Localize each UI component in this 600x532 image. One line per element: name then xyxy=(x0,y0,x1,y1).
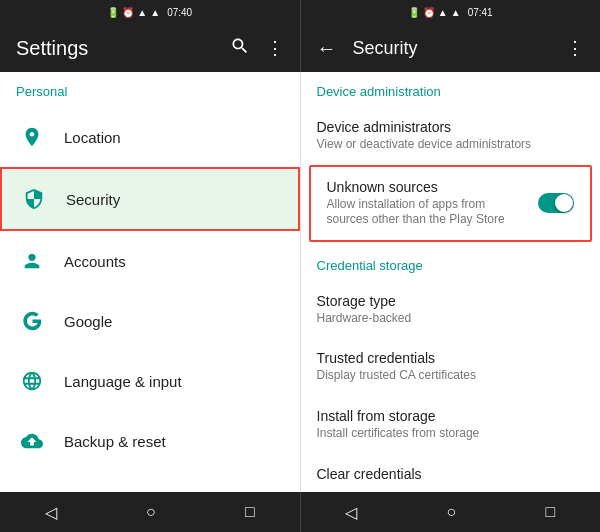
settings-item-google[interactable]: Google xyxy=(0,291,300,351)
signal-icon-right: ▲ xyxy=(438,7,448,18)
home-button-left[interactable]: ○ xyxy=(138,499,164,525)
storage-type-title: Storage type xyxy=(317,293,585,309)
settings-panel: Personal Location Security xyxy=(0,72,301,492)
recents-button-right[interactable]: □ xyxy=(538,499,564,525)
left-nav-section: ◁ ○ □ xyxy=(0,492,301,532)
personal-section-label: Personal xyxy=(0,72,300,107)
toggle-knob xyxy=(555,194,573,212)
left-time: 07:40 xyxy=(167,7,192,18)
alarm-icon-right: ⏰ xyxy=(423,7,435,18)
battery-icon-right: 🔋 xyxy=(408,7,420,18)
unknown-sources-subtitle: Allow installation of apps from sources … xyxy=(327,197,531,228)
left-toolbar-icons: ⋮ xyxy=(230,36,284,61)
trusted-credentials-subtitle: Display trusted CA certificates xyxy=(317,368,585,384)
battery-icon: 🔋 xyxy=(107,7,119,18)
right-nav-section: ◁ ○ □ xyxy=(301,492,601,532)
language-label: Language & input xyxy=(64,373,182,390)
recents-button-left[interactable]: □ xyxy=(237,499,263,525)
settings-item-accounts[interactable]: Accounts xyxy=(0,231,300,291)
security-item-trusted-credentials[interactable]: Trusted credentials Display trusted CA c… xyxy=(301,338,601,396)
settings-item-language[interactable]: Language & input xyxy=(0,351,300,411)
left-toolbar: Settings ⋮ xyxy=(0,24,301,72)
security-item-unknown-sources[interactable]: Unknown sources Allow installation of ap… xyxy=(311,167,591,240)
unknown-sources-toggle[interactable] xyxy=(538,193,574,213)
left-status-icons: 🔋 ⏰ ▲ ▲ 07:40 xyxy=(107,7,192,18)
install-storage-subtitle: Install certificates from storage xyxy=(317,426,585,442)
unknown-sources-highlight: Unknown sources Allow installation of ap… xyxy=(309,165,593,242)
security-label: Security xyxy=(66,191,120,208)
search-icon[interactable] xyxy=(230,36,250,61)
alarm-icon: ⏰ xyxy=(122,7,134,18)
more-vert-icon-right[interactable]: ⋮ xyxy=(566,37,584,59)
location-label: Location xyxy=(64,129,121,146)
signal-icon: ▲ xyxy=(137,7,147,18)
backup-icon xyxy=(16,425,48,457)
settings-item-location[interactable]: Location xyxy=(0,107,300,167)
backup-label: Backup & reset xyxy=(64,433,166,450)
right-status-bar: 🔋 ⏰ ▲ ▲ 07:41 xyxy=(301,0,601,24)
unknown-sources-title: Unknown sources xyxy=(327,179,531,195)
accounts-label: Accounts xyxy=(64,253,126,270)
device-admin-section-label: Device administration xyxy=(301,72,601,107)
clear-credentials-title: Clear credentials xyxy=(317,466,585,482)
settings-title: Settings xyxy=(16,37,230,60)
google-label: Google xyxy=(64,313,112,330)
security-item-install-storage[interactable]: Install from storage Install certificate… xyxy=(301,396,601,454)
settings-item-backup[interactable]: Backup & reset xyxy=(0,411,300,471)
security-item-storage-type[interactable]: Storage type Hardware-backed xyxy=(301,281,601,339)
trusted-credentials-title: Trusted credentials xyxy=(317,350,585,366)
right-toolbar: ← Security ⋮ xyxy=(301,24,601,72)
location-icon xyxy=(16,121,48,153)
back-arrow-icon[interactable]: ← xyxy=(317,37,337,60)
security-panel: Device administration Device administrat… xyxy=(301,72,601,492)
wifi-icon-right: ▲ xyxy=(451,7,461,18)
security-page-title: Security xyxy=(353,38,559,59)
left-status-bar: 🔋 ⏰ ▲ ▲ 07:40 xyxy=(0,0,300,24)
device-admins-title: Device administrators xyxy=(317,119,585,135)
security-item-clear-credentials[interactable]: Clear credentials xyxy=(301,454,601,492)
storage-type-subtitle: Hardware-backed xyxy=(317,311,585,327)
credential-storage-section-label: Credential storage xyxy=(301,246,601,281)
unknown-sources-row: Unknown sources Allow installation of ap… xyxy=(327,179,575,228)
back-button-right[interactable]: ◁ xyxy=(337,499,365,526)
home-button-right[interactable]: ○ xyxy=(439,499,465,525)
language-icon xyxy=(16,365,48,397)
wifi-icon: ▲ xyxy=(150,7,160,18)
right-time: 07:41 xyxy=(468,7,493,18)
google-icon xyxy=(16,305,48,337)
security-icon xyxy=(18,183,50,215)
right-status-icons: 🔋 ⏰ ▲ ▲ 07:41 xyxy=(408,7,493,18)
install-storage-title: Install from storage xyxy=(317,408,585,424)
settings-item-security[interactable]: Security xyxy=(0,167,300,231)
more-vert-icon[interactable]: ⋮ xyxy=(266,37,284,59)
security-item-device-admins[interactable]: Device administrators View or deactivate… xyxy=(301,107,601,165)
device-admins-subtitle: View or deactivate device administrators xyxy=(317,137,585,153)
nav-bar: ◁ ○ □ ◁ ○ □ xyxy=(0,492,600,532)
back-button-left[interactable]: ◁ xyxy=(37,499,65,526)
account-icon xyxy=(16,245,48,277)
unknown-sources-text: Unknown sources Allow installation of ap… xyxy=(327,179,531,228)
